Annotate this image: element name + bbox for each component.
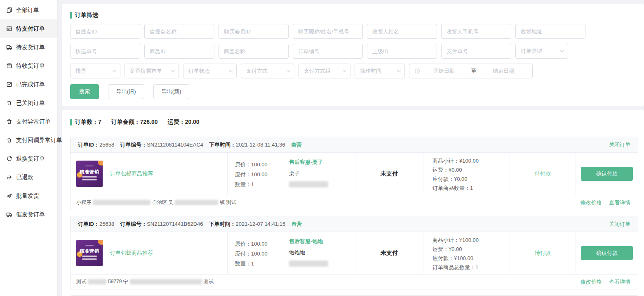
order-sn-value: SN211208114104EAC4 — [147, 142, 203, 148]
original-price: 原价：100.00 — [235, 160, 279, 170]
order-time-label: 下单时间： — [209, 141, 236, 149]
export-old-button[interactable]: 导出(旧) — [108, 84, 144, 99]
total-quantity: 订单商品总数量：1 — [432, 263, 510, 272]
sidebar-item-label: 催发货订单 — [16, 211, 45, 218]
sidebar-item-label: 退换货订单 — [16, 155, 45, 163]
chevron-down-icon — [229, 68, 233, 72]
sidebar-item-urge-shipment[interactable]: 催发货订单 — [0, 205, 57, 224]
cover-decoration — [98, 240, 103, 245]
sidebar-item-label: 支付异常订单 — [16, 118, 51, 126]
receiver-address-input[interactable] — [515, 24, 585, 39]
buyer-member-id-input[interactable] — [219, 24, 289, 39]
product-image: 精准营销 — [76, 240, 103, 266]
product-name-link[interactable]: 订单包邮商品推荐 — [110, 170, 153, 178]
sidebar-item-pending-payment[interactable]: 待支付订单 — [0, 19, 57, 38]
cover-decoration — [98, 161, 103, 166]
order-status-select[interactable]: 订单状态 — [183, 64, 237, 78]
receiver-phone-input[interactable] — [441, 24, 511, 39]
view-detail-link[interactable]: 查看详情 — [609, 279, 630, 285]
confirm-payment-button[interactable]: 确认付款 — [581, 167, 633, 181]
first-order-select[interactable]: 是否搜索首单 — [125, 64, 179, 78]
sidebar-item-pending-shipment[interactable]: 待发货订单 — [0, 38, 57, 57]
chevron-down-icon — [113, 68, 117, 72]
amount-due: 应付款：¥0.00 — [432, 175, 510, 184]
sort-select[interactable]: 排序 — [70, 64, 120, 78]
close-order-link[interactable]: 关闭订单 — [609, 220, 630, 228]
payment-status: 未支付 — [355, 232, 423, 274]
sidebar-item-pending-receipt[interactable]: 待收货订单 — [0, 57, 57, 75]
order-card-header: 订单ID： 25638 订单编号： SN2112071441B62D46 下单时… — [71, 216, 638, 232]
quantity: 数量：1 — [235, 180, 279, 189]
main-content: 订单筛选 订单类型 排序 — [58, 0, 644, 296]
payment-method-select[interactable]: 支付方式 — [241, 64, 294, 78]
date-separator: 至 — [468, 67, 480, 75]
sidebar-item-completed[interactable]: 已完成订单 — [0, 75, 57, 94]
order-time-value: 2021-12-08 11:41:36 — [236, 142, 285, 148]
redacted-text — [175, 200, 218, 205]
view-detail-link[interactable]: 查看详情 — [609, 199, 630, 206]
order-type-select[interactable]: 订单类型 — [515, 44, 568, 59]
freight: 运费：¥0.00 — [432, 245, 510, 254]
close-order-link[interactable]: 关闭订单 — [609, 141, 630, 149]
chevron-down-icon — [171, 68, 175, 72]
order-id-value: 25658 — [99, 142, 114, 148]
filter-actions-row: 搜索 导出(旧) 导出(新) — [70, 84, 636, 99]
product-id-input[interactable] — [144, 44, 214, 59]
sidebar-item-batch-shipment[interactable]: 批量发货 — [0, 187, 57, 205]
chevron-down-icon — [397, 68, 401, 72]
payable-price: 应付：100.00 — [235, 170, 279, 180]
sidebar-item-return-exchange[interactable]: 退换货订单 — [0, 149, 57, 168]
sidebar-item-payment-exception[interactable]: 支付异常订单 — [0, 112, 57, 131]
sidebar-item-closed[interactable]: 已关闭订单 — [0, 94, 57, 112]
confirm-payment-button[interactable]: 确认付款 — [581, 246, 633, 260]
order-sn-label: 订单编号： — [120, 220, 147, 228]
original-price: 原价：100.00 — [235, 239, 279, 249]
sidebar-item-label: 待支付订单 — [16, 25, 45, 33]
pickup-point-id-input[interactable] — [70, 24, 140, 39]
green-accent-bar — [70, 12, 72, 19]
date-range-picker[interactable]: 开始日期 至 结束日期 — [409, 64, 533, 78]
sidebar-item-refunded[interactable]: 已退款 — [0, 168, 57, 187]
order-count: 订单数：7 — [75, 118, 101, 126]
product-name-link[interactable]: 订单包邮商品推荐 — [110, 249, 153, 257]
totals-column: 商品小计：¥100.00 运费：¥0.00 应付款：¥0.00 订单商品数量：1 — [423, 153, 510, 195]
orders-summary: 订单数：7 订单金额：726.00 运费：20.00 — [70, 118, 638, 126]
order-card-header: 订单ID： 25658 订单编号： SN211208114104EAC4 下单时… — [71, 137, 638, 153]
search-button[interactable]: 搜索 — [70, 84, 99, 99]
tracking-number-input[interactable] — [70, 44, 140, 59]
sidebar-item-label: 全部订单 — [16, 7, 39, 14]
order-id-label: 订单ID： — [78, 141, 99, 149]
sidebar-item-label: 已关闭订单 — [16, 99, 45, 107]
freight: 运费：¥0.00 — [432, 166, 510, 175]
share-arrow-icon — [6, 174, 12, 180]
buyer-nickname-input[interactable] — [293, 24, 363, 39]
order-sn-input[interactable] — [293, 44, 363, 59]
payment-method-group-select[interactable]: 支付方式组 — [298, 64, 350, 78]
product-name-input[interactable] — [219, 44, 289, 59]
pickup-point-name-input[interactable] — [144, 24, 214, 39]
order-sn-label: 订单编号： — [120, 141, 147, 149]
edit-price-link[interactable]: 修改价格 — [581, 199, 602, 206]
file-icon — [6, 7, 12, 13]
sidebar-item-all-orders[interactable]: 全部订单 — [0, 1, 57, 19]
trash-icon — [6, 100, 12, 106]
export-new-button[interactable]: 导出(新) — [153, 84, 190, 99]
service-contact-name: 饱饱饱 — [289, 249, 355, 256]
operation-time-select[interactable]: 操作时间 — [355, 64, 405, 78]
clock-icon — [414, 68, 420, 74]
receiver-name-input[interactable] — [367, 24, 437, 39]
total-quantity: 订单商品数量：1 — [432, 184, 510, 193]
service-column: 售后客服-饱饱 饱饱饱 — [279, 232, 355, 274]
order-time-label: 下单时间： — [209, 220, 236, 228]
filter-row-2: 订单类型 — [70, 44, 636, 59]
payment-sn-input[interactable] — [441, 44, 511, 59]
parent-id-input[interactable] — [367, 44, 437, 59]
sidebar-item-callback-exception[interactable]: 支付回调异常订单 — [0, 131, 57, 149]
order-id-value: 25638 — [99, 221, 114, 227]
redacted-text — [130, 279, 202, 284]
product-cover-title: 精准营销 — [76, 169, 103, 175]
subtotal: 商品小计：¥100.00 — [432, 236, 510, 245]
trash-icon — [6, 118, 12, 125]
edit-price-link[interactable]: 修改价格 — [581, 279, 602, 285]
payable-price: 应付：100.00 — [235, 249, 279, 259]
